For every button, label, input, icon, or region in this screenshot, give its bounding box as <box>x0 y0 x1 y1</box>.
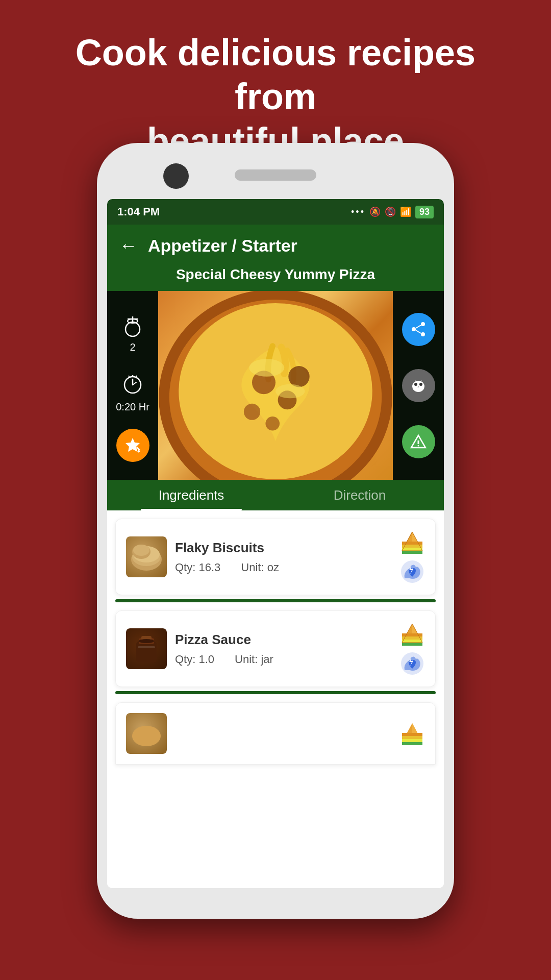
ingredient-item-partial <box>115 702 436 765</box>
svg-rect-68 <box>402 742 422 745</box>
status-bar: 1:04 PM ••• 🔕 📵 📶 93 <box>107 199 444 225</box>
ingredient-name: Pizza Sauce <box>175 632 386 648</box>
biscuit-image <box>126 536 167 577</box>
ingredient-qty: Qty: 16.3 <box>175 561 220 574</box>
svg-rect-60 <box>402 640 422 643</box>
serving-icon <box>120 311 145 337</box>
alert-button[interactable] <box>402 425 435 458</box>
servings-info: 2 <box>117 309 148 353</box>
svg-point-19 <box>244 404 260 420</box>
sauce-svg <box>129 631 164 667</box>
owl-button[interactable] <box>402 369 435 402</box>
recipe-title: Special Cheesy Yummy Pizza <box>119 266 432 283</box>
svg-point-65 <box>132 726 161 746</box>
svg-rect-62 <box>402 633 422 636</box>
svg-point-32 <box>414 383 417 386</box>
svg-point-33 <box>419 383 422 386</box>
separator-1 <box>115 599 436 602</box>
timer-icon <box>120 371 145 397</box>
tab-bar: Ingredients Direction <box>107 480 444 510</box>
status-time: 1:04 PM <box>117 205 160 218</box>
svg-line-9 <box>136 376 137 377</box>
back-button[interactable]: ← <box>119 235 138 256</box>
star-edit-icon <box>123 436 142 454</box>
phone-speaker <box>235 169 316 181</box>
svg-line-27 <box>416 325 421 328</box>
svg-point-37 <box>418 445 419 447</box>
svg-rect-46 <box>402 551 422 554</box>
ingredient-badges <box>399 529 425 584</box>
battery-indicator: 93 <box>415 206 434 218</box>
ingredient-badges-partial <box>399 721 425 746</box>
ingredient-img-partial <box>126 713 167 754</box>
svg-line-28 <box>416 330 421 333</box>
triangle-icon <box>410 433 427 450</box>
svg-rect-56 <box>138 646 155 648</box>
ingredient-qty: Qty: 1.0 <box>175 653 214 666</box>
app-header: ← Appetizer / Starter <box>107 225 444 266</box>
svg-point-25 <box>412 327 416 331</box>
svg-point-23 <box>276 384 305 399</box>
ingredient-item: Pizza Sauce Qty: 1.0 Unit: jar <box>115 610 436 687</box>
partial-svg <box>129 718 164 749</box>
svg-point-21 <box>265 416 280 431</box>
svg-point-26 <box>421 332 425 336</box>
svg-rect-70 <box>402 736 422 739</box>
share-icon <box>410 321 427 337</box>
status-icons: ••• 🔕 📵 📶 93 <box>351 206 434 218</box>
favorite-button[interactable] <box>116 429 149 462</box>
biscuit-svg <box>129 542 164 572</box>
svg-rect-71 <box>402 733 422 736</box>
recipe-title-bar: Special Cheesy Yummy Pizza <box>107 266 444 291</box>
ingredient-badges <box>399 621 425 676</box>
pyramid-icon <box>399 529 425 555</box>
ingredient-item: Flaky Biscuits Qty: 16.3 Unit: oz <box>115 519 436 595</box>
svg-point-55 <box>139 639 154 643</box>
ingredient-name: Flaky Biscuits <box>175 540 386 556</box>
ingredient-details: Qty: 16.3 Unit: oz <box>175 561 386 574</box>
tab-ingredients[interactable]: Ingredients <box>107 480 276 510</box>
ingredient-info: Flaky Biscuits Qty: 16.3 Unit: oz <box>175 540 386 574</box>
tab-direction[interactable]: Direction <box>276 480 444 510</box>
svg-point-22 <box>249 359 284 377</box>
phone-camera <box>163 163 189 189</box>
svg-marker-10 <box>126 438 140 452</box>
owl-icon <box>410 377 427 394</box>
bell-icon: 🔕 <box>369 206 381 217</box>
svg-rect-59 <box>402 643 422 646</box>
timer-info: 0:20 Hr <box>116 369 149 413</box>
share-button[interactable] <box>402 313 435 346</box>
svg-rect-69 <box>402 739 422 742</box>
health-icon <box>399 559 425 584</box>
svg-point-20 <box>288 366 309 387</box>
tagline-line1: Cook delicious recipes from <box>76 32 475 117</box>
pizza-image <box>158 291 393 480</box>
sauce-image <box>126 628 167 669</box>
category-title: Appetizer / Starter <box>148 236 297 256</box>
pizza-svg <box>158 291 393 480</box>
ingredient-details: Qty: 1.0 Unit: jar <box>175 653 386 666</box>
svg-rect-47 <box>402 548 422 551</box>
svg-point-24 <box>421 322 425 326</box>
servings-count: 2 <box>130 341 135 353</box>
dots-icon: ••• <box>351 207 365 217</box>
health-icon <box>399 651 425 676</box>
svg-point-42 <box>133 545 149 556</box>
wifi-icon: 📶 <box>400 206 411 217</box>
right-sidebar <box>393 291 444 480</box>
svg-rect-52 <box>136 641 157 663</box>
pyramid-icon-partial <box>399 721 425 746</box>
svg-point-0 <box>126 322 140 336</box>
phone-frame: 1:04 PM ••• 🔕 📵 📶 93 ← Appetizer / Start… <box>97 143 454 919</box>
ingredient-info: Pizza Sauce Qty: 1.0 Unit: jar <box>175 632 386 666</box>
svg-rect-49 <box>402 542 422 545</box>
image-section: 2 0:20 Hr <box>107 291 444 480</box>
ingredient-unit: Unit: jar <box>235 653 273 666</box>
app-screen: 1:04 PM ••• 🔕 📵 📶 93 ← Appetizer / Start… <box>107 199 444 888</box>
sim-icon: 📵 <box>385 206 396 217</box>
svg-line-8 <box>129 376 130 377</box>
ingredient-unit: Unit: oz <box>241 561 279 574</box>
ingredients-list: Flaky Biscuits Qty: 16.3 Unit: oz <box>107 510 444 888</box>
left-sidebar: 2 0:20 Hr <box>107 291 158 480</box>
timer-value: 0:20 Hr <box>116 401 149 413</box>
